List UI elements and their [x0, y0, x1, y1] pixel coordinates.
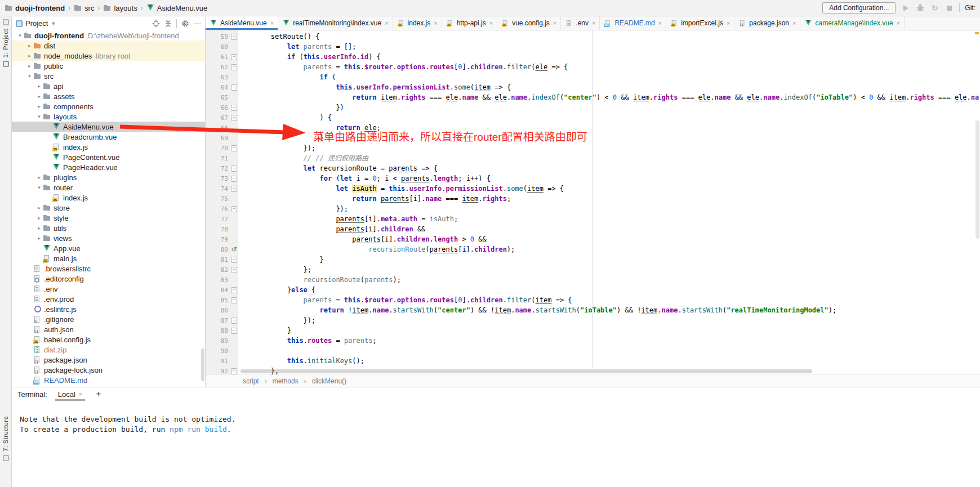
fold-marker[interactable]: −	[230, 285, 238, 295]
tree-item[interactable]: ▾src	[12, 71, 205, 81]
tree-item[interactable]: babel.config.js	[12, 334, 205, 345]
close-tab-icon[interactable]: ×	[658, 20, 662, 26]
gutter-line[interactable]: 76−	[206, 204, 238, 214]
gutter-line[interactable]: 90	[206, 346, 238, 356]
fold-marker[interactable]: −	[230, 102, 238, 113]
tree-item[interactable]: index.js	[12, 193, 205, 203]
breadcrumb-item[interactable]: AsideMenu.vue	[146, 4, 208, 12]
tree-item[interactable]: auth.json	[12, 324, 205, 334]
horizontal-scrollbar[interactable]	[239, 369, 972, 374]
tree-item[interactable]: ▾duoji-frontendD:\zheheWeb\duoji-fronten…	[12, 30, 205, 41]
tree-item[interactable]: ▸style	[12, 213, 205, 223]
tree-item[interactable]: ▸views	[12, 233, 205, 243]
code-line[interactable]: this.userInfo.permissionList.some(item =…	[238, 82, 980, 92]
gutter-line[interactable]: 59−	[206, 32, 238, 42]
terminal-tab-local[interactable]: Local ×	[55, 387, 86, 401]
editor-tab[interactable]: vue.config.js×	[497, 16, 561, 30]
stop-icon[interactable]	[945, 3, 954, 12]
tree-item[interactable]: package.json	[12, 355, 205, 365]
toolwindow-project-button[interactable]: 1: Project	[2, 29, 9, 57]
chevron-expanded-icon[interactable]: ▾	[26, 73, 33, 79]
close-tab-icon[interactable]: ×	[434, 20, 437, 26]
fold-marker[interactable]: −	[230, 295, 238, 305]
editor-tab[interactable]: package.json×	[734, 16, 800, 30]
fold-marker[interactable]: −	[230, 82, 238, 92]
code-line[interactable]: for (let i = 0; i < parents.length; i++)…	[238, 173, 980, 184]
fold-marker[interactable]: −	[230, 204, 238, 214]
new-terminal-button[interactable]: +	[93, 389, 104, 399]
code-line[interactable]: };	[238, 265, 980, 275]
gutter-line[interactable]: 71	[206, 153, 238, 163]
editor-tab[interactable]: .env×	[561, 16, 600, 30]
chevron-collapsed-icon[interactable]: ▸	[26, 53, 33, 59]
tree-item[interactable]: ▸assets	[12, 91, 205, 101]
debug-icon[interactable]	[915, 3, 925, 12]
tree-item[interactable]: ▾router	[12, 182, 205, 193]
code-line[interactable]: });	[238, 204, 980, 214]
editor-tab[interactable]: cameraManage\index.vue×	[800, 16, 905, 30]
breadcrumb-item[interactable]: layouts	[103, 4, 137, 12]
fold-marker[interactable]: −	[230, 366, 238, 374]
chevron-collapsed-icon[interactable]: ▸	[35, 93, 43, 99]
editor-tab[interactable]: http-api.js×	[442, 16, 497, 30]
tree-item[interactable]: .gitignore	[12, 314, 205, 324]
tree-item[interactable]: ▸plugins	[12, 172, 205, 182]
gutter-line[interactable]: 65	[206, 92, 238, 102]
code-line[interactable]: }else {	[238, 285, 980, 295]
code-line[interactable]: let parents = [];	[238, 42, 980, 52]
gutter-line[interactable]: 85−	[206, 295, 238, 305]
chevron-collapsed-icon[interactable]: ▸	[35, 235, 43, 241]
code-line[interactable]: setRoute() {	[238, 32, 980, 42]
breadcrumb-script[interactable]: script	[243, 377, 259, 385]
code-line[interactable]: parents[i].meta.auth = isAuth;	[238, 214, 980, 224]
tree-item[interactable]: .editorconfig	[12, 274, 205, 284]
fold-marker[interactable]: −	[230, 173, 238, 184]
fold-marker[interactable]: −	[230, 254, 238, 265]
tree-item[interactable]: ▸store	[12, 203, 205, 213]
editor-tab[interactable]: importExcel.js×	[666, 16, 734, 30]
code-line[interactable]: parents[i].children.length > 0 &&	[238, 234, 980, 244]
fold-marker[interactable]: −	[230, 325, 238, 336]
tree-item[interactable]: ▸utils	[12, 223, 205, 233]
gutter-line[interactable]: 60	[206, 42, 238, 52]
fold-marker[interactable]: −	[230, 52, 238, 62]
editor-tab[interactable]: AsideMenu.vue×	[206, 16, 278, 30]
vertical-scrollbar[interactable]	[974, 30, 980, 369]
chevron-expanded-icon[interactable]: ▾	[35, 185, 43, 190]
gutter-line[interactable]: 67−	[206, 113, 238, 123]
fold-marker[interactable]: −	[230, 265, 238, 275]
close-tab-icon[interactable]: ×	[727, 20, 730, 26]
code-line[interactable]	[238, 346, 980, 356]
code-line[interactable]: recursionRoute(parents[i].children);	[238, 244, 980, 254]
chevron-collapsed-icon[interactable]: ▸	[35, 215, 43, 221]
code-line[interactable]: }	[238, 325, 980, 336]
chevron-collapsed-icon[interactable]: ▸	[26, 63, 33, 69]
tree-item[interactable]: ▸node_moduleslibrary root	[12, 51, 205, 61]
chevron-collapsed-icon[interactable]: ▸	[35, 205, 43, 211]
gutter-line[interactable]: 63	[206, 72, 238, 82]
chevron-collapsed-icon[interactable]: ▸	[35, 104, 43, 109]
chevron-expanded-icon[interactable]: ▾	[16, 33, 24, 38]
gutter-line[interactable]: 87−	[206, 315, 238, 325]
hide-panel-icon[interactable]: —	[194, 21, 201, 26]
gutter-line[interactable]: 77	[206, 214, 238, 224]
gutter-line[interactable]: 74−	[206, 184, 238, 194]
tree-item[interactable]: .eslintrc.js	[12, 304, 205, 314]
gutter-line[interactable]: 78	[206, 224, 238, 234]
gutter-line[interactable]: 84−	[206, 285, 238, 295]
fold-marker[interactable]: −	[230, 143, 238, 153]
code-line[interactable]: let isAuth = this.userInfo.permissionLis…	[238, 184, 980, 194]
gutter-line[interactable]: 70−	[206, 143, 238, 153]
tree-item[interactable]: PageHeader.vue	[12, 162, 205, 172]
code-line[interactable]: let recursionRoute = parents => {	[238, 163, 980, 173]
code-area[interactable]: setRoute() { let parents = []; if (this.…	[238, 30, 980, 374]
fold-marker[interactable]: −	[230, 113, 238, 123]
gutter-line[interactable]: 72−	[206, 163, 238, 173]
gutter-line[interactable]: 82−	[206, 265, 238, 275]
locate-file-icon[interactable]	[152, 20, 160, 28]
gutter-line[interactable]: 66−	[206, 102, 238, 113]
tree-item[interactable]: ▸dist	[12, 41, 205, 51]
tree-item[interactable]: ▸api	[12, 81, 205, 91]
gutter-line[interactable]: 62−	[206, 62, 238, 72]
tree-item[interactable]: index.js	[12, 142, 205, 152]
